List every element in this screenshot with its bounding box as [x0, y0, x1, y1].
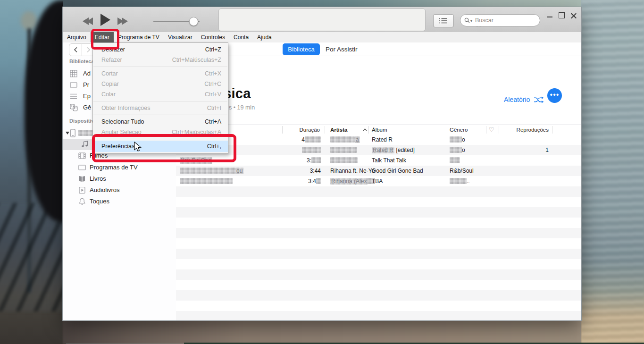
wallpaper-top-strip	[63, 0, 581, 8]
grid-icon	[70, 70, 77, 77]
menu-visualizar[interactable]: Visualizar	[164, 32, 197, 42]
sidebar-item-toques[interactable]: Toques	[63, 196, 176, 207]
phone-icon	[70, 129, 75, 137]
menu-item-anular-selecao: Anular SeleçãoCtrl+Maiúsculas+A	[93, 127, 228, 137]
masks-icon	[70, 104, 78, 111]
search-scope-chevron-icon[interactable]: ▾	[470, 19, 472, 23]
table-row[interactable]: 3:4 Rihanna (Alex TBA ..	[176, 176, 581, 186]
bell-icon	[78, 198, 86, 205]
column-header-reproducoes[interactable]: Reproduções	[502, 125, 549, 135]
menu-item-copiar: CopiarCtrl+C	[93, 79, 228, 89]
audiobook-icon	[78, 186, 86, 194]
table-row[interactable]: 4 a Rated R o	[176, 134, 581, 145]
shuffle-icon[interactable]	[534, 96, 544, 103]
table-header: Duração Artista Álbum Gênero ♡ Reproduçõ…	[176, 124, 581, 135]
menu-ajuda[interactable]: Ajuda	[253, 32, 276, 42]
sidebar-item-label: Livros	[90, 173, 106, 185]
tab-biblioteca[interactable]: Biblioteca	[283, 43, 320, 55]
chevron-right-icon	[86, 47, 91, 53]
menu-item-selecionar-tudo[interactable]: Selecionar TudoCtrl+A	[93, 117, 228, 127]
menu-editar[interactable]: Editar	[91, 32, 114, 42]
shuffle-button[interactable]: Aleatório	[504, 96, 530, 103]
edit-menu-dropdown: DesfazerCtrl+Z RefazerCtrl+Maiúsculas+Z …	[92, 42, 228, 154]
menu-separator	[93, 115, 227, 115]
next-track-button[interactable]	[117, 17, 128, 27]
list-icon	[70, 92, 77, 100]
view-tab-bar: Biblioteca Por Assistir	[176, 42, 581, 56]
view-switcher-button[interactable]	[433, 14, 454, 27]
sidebar-item-label: Pr	[83, 79, 89, 91]
lamp-post	[21, 11, 37, 30]
back-button[interactable]	[69, 43, 82, 56]
minimize-button[interactable]	[547, 12, 552, 17]
menu-item-preferencias[interactable]: Preferências...Ctrl+,	[93, 141, 228, 152]
chevron-left-icon	[74, 47, 78, 53]
menu-conta[interactable]: Conta	[229, 32, 253, 42]
close-button[interactable]	[570, 12, 577, 19]
menu-bar: ArquivoEditarPrograma de TVVisualizarCon…	[63, 32, 581, 43]
sidebar-item-label: Gê	[83, 102, 91, 113]
page-subtitle: s • 19 min	[229, 104, 255, 111]
play-button[interactable]	[100, 14, 110, 26]
disclosure-triangle-icon[interactable]	[66, 132, 69, 134]
table-row[interactable]: ou 3:44 Rihanna ft. Ne-Yo Good Girl Gone…	[176, 166, 581, 176]
track-list: 4 a Rated R o Te Amo Rated R [edited] o …	[176, 134, 581, 320]
menu-item-desfazer[interactable]: DesfazerCtrl+Z	[93, 44, 228, 55]
menu-separator	[93, 139, 227, 139]
maximize-button[interactable]	[559, 12, 565, 18]
sidebar-item-label: Toques	[90, 196, 109, 207]
menu-item-cortar: CortarCtrl+X	[93, 68, 228, 79]
menu-separator	[93, 101, 227, 101]
sidebar-item-label: Programas de TV	[90, 162, 138, 173]
tv-icon	[70, 81, 77, 89]
table-row[interactable]: You Da One 3: Talk That Talk	[176, 155, 581, 166]
column-header-favorite-icon[interactable]: ♡	[489, 125, 494, 135]
column-header-album[interactable]: Álbum	[372, 125, 387, 135]
mouse-cursor	[134, 142, 142, 152]
menu-item-refazer: RefazerCtrl+Maiúsculas+Z	[93, 55, 228, 65]
books-icon	[78, 175, 86, 183]
main-content: Biblioteca Por Assistir Música s • 19 mi…	[176, 42, 581, 320]
search-box[interactable]: ▾	[460, 14, 540, 26]
menu-separator	[93, 67, 227, 67]
menu-arquivo[interactable]: Arquivo	[63, 32, 91, 42]
sidebar-library-header: Biblioteca	[69, 59, 94, 64]
tab-por-assistir[interactable]: Por Assistir	[326, 43, 358, 55]
sidebar-item-livros[interactable]: Livros	[63, 173, 176, 185]
sidebar-item-audiolivros[interactable]: Audiolivros	[63, 185, 176, 196]
sidebar-item-label: Ep	[83, 91, 91, 102]
table-row[interactable]: Te Amo Rated R [edited] o 1	[176, 145, 581, 155]
wallpaper-right	[581, 0, 644, 344]
music-note-icon	[81, 141, 88, 148]
more-options-button[interactable]: •••	[547, 88, 562, 103]
play-count: 1	[502, 145, 549, 155]
menu-item-colar: ColarCtrl+V	[93, 89, 228, 100]
sort-ascending-icon	[363, 128, 367, 131]
status-display	[218, 8, 426, 31]
tv-icon	[78, 164, 86, 171]
previous-track-button[interactable]	[83, 17, 93, 27]
column-header-duracao[interactable]: Duração	[287, 125, 320, 135]
menu-controles[interactable]: Controles	[197, 32, 229, 42]
column-header-artista[interactable]: Artista	[330, 125, 347, 135]
menu-programa-de-tv[interactable]: Programa de TV	[114, 32, 164, 42]
column-header-genero[interactable]: Gênero	[450, 125, 468, 135]
search-icon	[464, 17, 470, 23]
volume-slider-knob[interactable]	[189, 17, 198, 26]
player-toolbar: ▾	[63, 7, 581, 33]
film-icon	[78, 152, 86, 159]
search-input[interactable]	[474, 17, 528, 24]
sidebar-item-label: Audiolivros	[90, 185, 120, 196]
sidebar-item-programas-de-tv[interactable]: Programas de TV	[63, 162, 176, 173]
wallpaper-bottom-strip	[63, 320, 581, 344]
menu-item-obter-informacoes: Obter InformaçõesCtrl+I	[93, 103, 228, 113]
wallpaper-left	[0, 0, 66, 344]
sidebar-item-label: Ad	[83, 68, 91, 79]
list-view-icon	[439, 17, 448, 24]
